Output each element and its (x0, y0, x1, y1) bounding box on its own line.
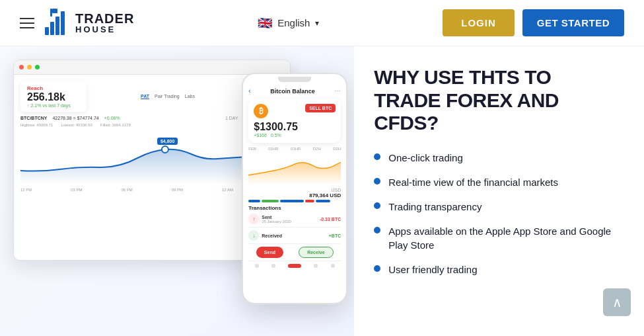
phone-notch (278, 77, 311, 82)
tx-sent-label: Sent (262, 215, 317, 220)
feature-text-3: Trading transparency (388, 200, 482, 214)
logo-text: TRADER HOUSE (75, 12, 134, 34)
vol-seg-4 (305, 200, 314, 202)
feature-text-4: Apps available on the Apple App Store an… (388, 224, 618, 252)
logo-trader: TRADER (75, 12, 134, 25)
nav-dot-2[interactable] (271, 264, 275, 268)
get-started-button[interactable]: GET STARTED (522, 9, 624, 36)
feature-item-4: Apps available on the Apple App Store an… (374, 224, 618, 252)
tx-received-amount: +BTC (329, 233, 341, 238)
login-button[interactable]: LOGIN (443, 9, 515, 36)
hamburger-line-3 (20, 27, 34, 28)
time-label-4: 09 PM (172, 188, 183, 192)
mini-btc-change-pos: +0.08% (104, 116, 120, 120)
phone-chart-labels: FEB 01HR 01HR D2H D2H (248, 147, 341, 151)
phone-balance-change: +$166 0.5% (254, 133, 298, 138)
vol-seg-3 (280, 200, 304, 202)
mini-timeframe: 1 DAY (225, 116, 238, 120)
hamburger-menu[interactable] (20, 18, 34, 28)
logo[interactable]: TRADER HOUSE (45, 9, 134, 38)
scroll-to-top-button[interactable]: ∧ (603, 288, 631, 316)
feature-bullet-1 (374, 153, 380, 160)
header: TRADER HOUSE 🇬🇧 English ▾ LOGIN GET STAR… (0, 0, 644, 46)
flag-icon: 🇬🇧 (258, 16, 272, 30)
logo-svg-icon (45, 9, 70, 38)
phone-back-icon[interactable]: ‹ (248, 87, 250, 95)
tx-sent-amount: -0.33 BTC (320, 217, 341, 222)
nav-dot-3[interactable] (314, 264, 318, 268)
phone-tx-sent: ↑ Sent 25 January 2020 -0.33 BTC (248, 214, 341, 228)
phone-send-button[interactable]: Send (256, 247, 283, 258)
nav-dot-4[interactable] (331, 264, 335, 268)
svg-rect-1 (50, 22, 54, 35)
phone-top-bar: ‹ Bitcoin Balance ⋯ (248, 87, 341, 95)
feature-bullet-3 (374, 202, 380, 209)
time-label-2: 03 PM (71, 188, 82, 192)
time-label-1: 12 PM (20, 188, 32, 192)
phone-receive-button[interactable]: Receive (299, 247, 333, 258)
feature-bullet-4 (374, 227, 380, 233)
phone-volume-bars (248, 200, 341, 202)
phone-tx-info-received: Received (262, 233, 326, 238)
reach-label: Reach (27, 85, 80, 91)
svg-rect-2 (55, 17, 59, 35)
time-label-3: 06 PM (122, 188, 133, 192)
features-panel: WHY USE THTS TO TRADE FOREX AND CFDS? On… (354, 46, 644, 336)
feature-list: One-click trading Real-time view of the … (374, 151, 618, 276)
feature-item-5: User friendly trading (374, 263, 618, 276)
mini-high: Highree: 40069.71 (20, 123, 53, 127)
tx-received-label: Received (262, 233, 326, 238)
logo-icon (45, 9, 70, 38)
sent-icon: ↑ (248, 214, 259, 224)
language-text: English (277, 17, 310, 28)
phone-chart-area: FEB 01HR 01HR D2H D2H (248, 147, 341, 202)
time-label-5: 12 AM (222, 188, 233, 192)
phone-chart-svg (248, 152, 341, 185)
hamburger-line-1 (20, 18, 34, 19)
phone-usd-label: USD (248, 188, 341, 192)
feature-item-1: One-click trading (374, 151, 618, 165)
mini-low: Lowest: 40336.50 (61, 123, 92, 127)
feature-item-3: Trading transparency (374, 200, 618, 214)
phone-action-row: Send Receive (248, 247, 341, 258)
nav-dot-1[interactable] (255, 264, 259, 268)
svg-point-6 (162, 146, 168, 153)
svg-rect-0 (45, 27, 49, 35)
svg-rect-3 (61, 11, 65, 35)
feature-text-2: Real-time view of the financial markets (388, 175, 558, 189)
phone-sell-button[interactable]: SELL BTC (305, 104, 336, 112)
phone-content: ‹ Bitcoin Balance ⋯ ₿ $1300.75 +$166 0.5… (243, 82, 346, 274)
desktop-bar (14, 60, 290, 75)
phone-more-icon[interactable]: ⋯ (334, 87, 341, 95)
nav-dot-active[interactable] (288, 264, 301, 268)
phone-mockup: ‹ Bitcoin Balance ⋯ ₿ $1300.75 +$166 0.5… (242, 73, 347, 304)
mini-nav-tabs: PAT Pair Trading Labs (141, 94, 195, 99)
language-selector[interactable]: 🇬🇧 English ▾ (258, 16, 319, 30)
hero-mockups: Reach 256.18k ↑ 2.1% vs last 7 days PAT … (0, 46, 354, 336)
received-icon: ↓ (248, 230, 259, 241)
feature-text-5: User friendly trading (388, 263, 477, 276)
phone-tx-received: ↓ Received +BTC (248, 230, 341, 244)
mini-tab-pair[interactable]: Pair Trading (155, 94, 180, 99)
logo-house: HOUSE (75, 25, 134, 34)
minimize-dot (27, 65, 32, 69)
features-title: WHY USE THTS TO TRADE FOREX AND CFDS? (374, 66, 618, 135)
tx-sent-date: 25 January 2020 (262, 220, 317, 224)
feature-bullet-2 (374, 178, 380, 185)
reach-box: Reach 256.18k ↑ 2.1% vs last 7 days (20, 81, 87, 112)
feature-bullet-5 (374, 265, 380, 272)
reach-value: 256.18k (27, 91, 80, 103)
chart-tooltip: $4,800 (157, 138, 178, 145)
close-dot (19, 65, 24, 69)
phone-tx-title: Transactions (248, 205, 341, 211)
phone-transactions: Transactions ↑ Sent 25 January 2020 -0.3… (248, 205, 341, 244)
phone-balance-box: ₿ $1300.75 +$166 0.5% SELL BTC (248, 99, 341, 143)
phone-screen-title: Bitcoin Balance (270, 88, 315, 95)
chevron-down-icon: ▾ (315, 19, 319, 28)
reach-change: ↑ 2.1% vs last 7 days (27, 103, 80, 108)
mini-tab-pat[interactable]: PAT (141, 94, 149, 99)
vol-seg-1 (248, 200, 260, 202)
phone-balance: $1300.75 (254, 121, 298, 133)
phone-usd-value: 879,364 USD (248, 192, 341, 198)
mini-tab-labs[interactable]: Labs (185, 94, 195, 99)
